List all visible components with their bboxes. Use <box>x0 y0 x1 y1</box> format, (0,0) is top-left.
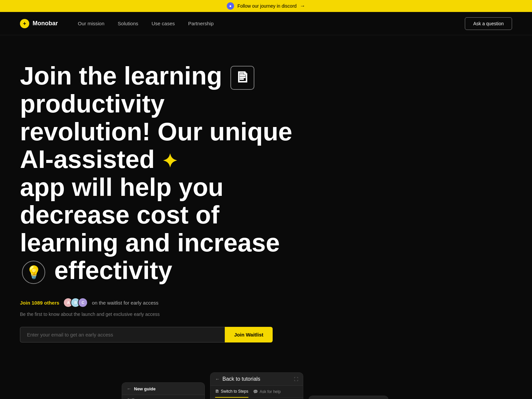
nav-our-mission[interactable]: Our mission <box>78 21 104 26</box>
logo-icon: + <box>20 19 29 28</box>
grid-icon[interactable]: ⋆ <box>149 398 152 399</box>
tutorial-nav: 🖹 Switch to Steps 💬 Ask for help <box>210 386 303 398</box>
hero-title-part1: Join the learning <box>20 62 229 90</box>
right-panel-card: ← Back to tutorials ⛶ ✦ Switch to Ai 💬 A… <box>309 396 388 399</box>
tutorial-back-arrow[interactable]: ← <box>215 376 220 382</box>
right-panel-header: ← Back to tutorials ⛶ <box>309 396 388 399</box>
hero-title: Join the learning 🖹 productivityrevoluti… <box>20 62 313 284</box>
gif-icon[interactable]: GIF <box>127 398 134 399</box>
banner-arrow: → <box>300 3 305 9</box>
document-icon: 🖹 <box>230 66 254 90</box>
nav-use-cases[interactable]: Use cases <box>152 21 175 26</box>
logo[interactable]: + Monobar <box>20 19 58 28</box>
expand-icon[interactable]: ⛶ <box>294 377 298 382</box>
preview-section: + Monobar Visit site 🖹 🔖 ⏰ Your progress… <box>0 359 532 399</box>
tutorial-card: ← Back to tutorials ⛶ 🖹 Switch to Steps … <box>210 372 303 399</box>
nav-links: Our mission Solutions Use cases Partners… <box>78 21 465 26</box>
waitlist-highlight: Join 1089 others <box>20 300 59 306</box>
ask-question-button[interactable]: Ask a question <box>465 17 512 30</box>
email-input[interactable] <box>20 327 225 342</box>
logo-label: Monobar <box>33 20 58 27</box>
email-row: Join Waitlist <box>20 327 273 342</box>
hero-title-part3: app will help you decrease cost oflearni… <box>20 173 280 257</box>
help-icon: 💬 <box>253 389 258 394</box>
crop-icon[interactable]: ✂ <box>140 398 144 399</box>
hero-title-part4: effectivity <box>54 256 172 284</box>
nav-partnership[interactable]: Partnership <box>188 21 214 26</box>
waitlist-info: Join 1089 others A B C on the waitlist f… <box>20 298 313 308</box>
avatar-3: C <box>78 298 88 308</box>
tab-switch-steps[interactable]: 🖹 Switch to Steps <box>215 386 248 398</box>
hero-title-part2: productivityrevolution! Our unique AI-as… <box>20 89 292 173</box>
guide-card-header: ← New guide <box>122 383 204 395</box>
navbar: + Monobar Our mission Solutions Use case… <box>0 12 532 35</box>
avatars: A B C <box>63 298 88 308</box>
steps-icon: 🖹 <box>215 389 219 394</box>
guide-toolbar: GIF ✂ ⋆ ••• <box>122 395 204 399</box>
bulb-icon: 💡 <box>22 261 45 284</box>
tutorial-back-label: Back to tutorials <box>222 376 260 382</box>
sparkle-icon: ✦ <box>162 151 178 172</box>
tab-ask-help[interactable]: 💬 Ask for help <box>253 386 281 398</box>
tutorial-card-header: ← Back to tutorials ⛶ <box>210 373 303 386</box>
banner-text: Follow our journey in discord <box>237 3 297 9</box>
guide-title: New guide <box>134 386 156 391</box>
waitlist-on-text: on the waitlist for early access <box>92 300 158 306</box>
join-waitlist-button[interactable]: Join Waitlist <box>225 327 273 342</box>
waitlist-subtitle: Be the first to know about the launch an… <box>20 312 313 317</box>
nav-solutions[interactable]: Solutions <box>118 21 138 26</box>
discord-icon: ● <box>227 2 234 10</box>
top-banner[interactable]: ● Follow our journey in discord → <box>0 0 532 12</box>
hero-section: Join the learning 🖹 productivityrevoluti… <box>0 35 332 362</box>
guide-back-arrow[interactable]: ← <box>127 386 131 391</box>
more-icon[interactable]: ••• <box>157 398 162 399</box>
guide-card: ← New guide GIF ✂ ⋆ ••• Guid flow 01 Nav… <box>122 382 205 399</box>
app-cards: + Monobar Visit site 🖹 🔖 ⏰ Your progress… <box>53 372 532 399</box>
